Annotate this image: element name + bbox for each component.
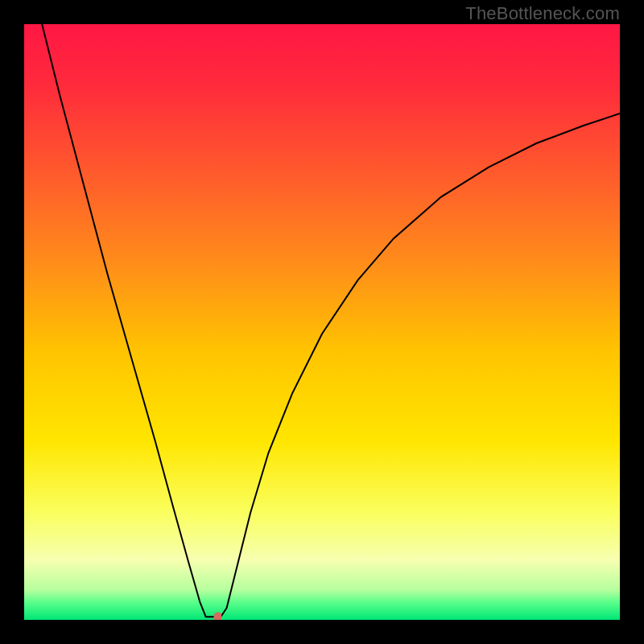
gradient-background [24,24,620,620]
plot-area [24,24,620,620]
chart-frame: TheBottleneck.com [0,0,644,644]
chart-svg [24,24,620,620]
watermark-text: TheBottleneck.com [465,3,620,24]
